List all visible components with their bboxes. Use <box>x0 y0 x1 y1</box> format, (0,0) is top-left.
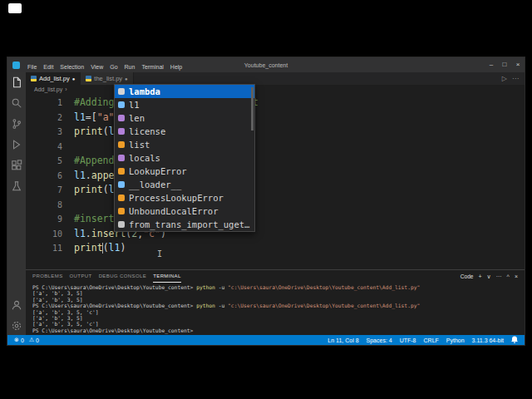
suggestion-len[interactable]: len <box>115 111 254 125</box>
terminal-output[interactable]: PS C:\Users\saura\OneDrive\Desktop\Youtu… <box>26 283 525 335</box>
terminal-profile-label[interactable]: Code <box>461 273 474 279</box>
code-text <box>62 140 74 155</box>
terminal-line: ['a', 'b', 3, 5] <box>32 290 525 296</box>
new-terminal-icon[interactable]: + <box>478 273 481 279</box>
modified-dot-icon[interactable]: ● <box>125 76 128 81</box>
line-number: 9 <box>26 212 62 227</box>
panel-header: PROBLEMSOUTPUTDEBUG CONSOLETERMINAL Code… <box>26 270 525 283</box>
symbol-keyword-icon <box>118 88 125 95</box>
line-number: 1 <box>26 96 62 111</box>
python-file-icon <box>86 76 91 81</box>
suggestion-from_trans_import_uget…[interactable]: from_trans_import_uget… <box>115 218 254 231</box>
code-line[interactable]: 7print(l1) <box>26 183 525 198</box>
warnings-count[interactable]: ⚠0 <box>29 337 39 343</box>
notifications-bell[interactable] <box>511 336 518 344</box>
code-line[interactable]: 1#Adding the elements to the list <box>26 96 525 111</box>
code-text: print(l1) <box>62 241 126 256</box>
suggestion-label: lambda <box>129 86 160 96</box>
cursor-position[interactable]: Ln 11, Col 8 <box>328 337 358 343</box>
close-panel-icon[interactable]: × <box>515 273 518 279</box>
suggestion-lambda[interactable]: lambda <box>115 85 254 98</box>
account-icon[interactable] <box>11 299 22 311</box>
menu-run[interactable]: Run <box>121 64 139 70</box>
terminal-line: PS C:\Users\saura\OneDrive\Desktop\Youtu… <box>32 303 525 308</box>
suggestion-ProcessLookupError[interactable]: ProcessLookupError <box>115 191 254 204</box>
code-line[interactable]: 5#Appending the list <box>26 154 525 169</box>
panel-tab-terminal[interactable]: TERMINAL <box>153 270 181 283</box>
suggest-scrollbar[interactable] <box>251 87 254 131</box>
line-number: 4 <box>26 140 62 155</box>
errors-count-icon: ⊗ <box>14 337 19 343</box>
line-number: 2 <box>26 111 62 126</box>
code-line[interactable]: 11print(l1) <box>26 241 525 256</box>
vscode-logo-icon <box>12 62 20 69</box>
menu-view[interactable]: View <box>87 64 106 70</box>
menu-edit[interactable]: Edit <box>40 64 57 70</box>
run-and-debug-icon[interactable] <box>11 139 22 150</box>
symbol-class-icon <box>118 168 125 175</box>
suggestion-label: from_trans_import_uget… <box>129 219 249 229</box>
code-editor[interactable]: 1#Adding the elements to the list2l1=["a… <box>26 93 525 269</box>
search-icon[interactable] <box>11 97 22 109</box>
suggestion-label: locals <box>129 153 160 163</box>
suggestion-license[interactable]: license <box>115 125 254 138</box>
status-bar: ⊗0⚠0 Ln 11, Col 8Spaces: 4UTF-8CRLFPytho… <box>7 335 525 345</box>
line-number: 3 <box>26 125 62 140</box>
suggestion-label: LookupError <box>129 166 187 176</box>
panel-tab-debug-console[interactable]: DEBUG CONSOLE <box>99 270 147 282</box>
more-actions-icon[interactable]: ⋯ <box>512 75 519 82</box>
settings-gear-icon[interactable] <box>11 320 22 332</box>
symbol-function-icon <box>118 155 125 161</box>
language-mode[interactable]: Python <box>446 337 465 343</box>
tab-label: the_list.py <box>94 75 122 82</box>
tab-the_list.py[interactable]: the_list.py● <box>81 72 133 85</box>
menu-go[interactable]: Go <box>106 64 121 70</box>
status-right: Ln 11, Col 8Spaces: 4UTF-8CRLFPython3.11… <box>328 336 518 344</box>
suggestion-l1[interactable]: l1 <box>115 98 254 111</box>
suggestion-locals[interactable]: locals <box>115 151 254 165</box>
suggestion-__loader__[interactable]: __loader__ <box>115 178 254 191</box>
menu-selection[interactable]: Selection <box>57 64 87 70</box>
minimize-button[interactable]: – <box>485 58 498 71</box>
source-control-icon[interactable] <box>11 118 22 130</box>
panel-tab-problems[interactable]: PROBLEMS <box>32 270 63 282</box>
code-line[interactable]: 3print(l1) <box>26 125 525 140</box>
extensions-icon[interactable] <box>11 160 22 171</box>
tab-Add_list.py[interactable]: Add_list.py● <box>26 72 81 85</box>
suggestion-label: list <box>129 140 150 150</box>
code-line[interactable]: 4 <box>26 140 525 155</box>
maximize-button[interactable]: □ <box>498 58 511 71</box>
menu-terminal[interactable]: Terminal <box>138 64 166 70</box>
testing-icon[interactable] <box>11 180 22 192</box>
title-bar: FileEditSelectionViewGoRunTerminalHelp Y… <box>7 57 525 72</box>
python-file-icon <box>31 76 37 81</box>
suggestion-UnboundLocalError[interactable]: UnboundLocalError <box>115 204 254 218</box>
explorer-icon[interactable] <box>11 76 22 88</box>
breadcrumb-file[interactable]: Add_list.py <box>34 86 62 92</box>
close-button[interactable]: × <box>511 58 525 71</box>
menu-help[interactable]: Help <box>167 64 185 70</box>
code-line[interactable]: 2l1=["a","b",3,5] <box>26 111 525 126</box>
code-line[interactable]: 9#inserting the list <box>26 212 525 227</box>
maximize-panel-icon[interactable]: ^ <box>507 273 510 279</box>
suggestion-LookupError[interactable]: LookupError <box>115 165 254 178</box>
line-number: 7 <box>26 183 62 198</box>
breadcrumb[interactable]: Add_list.py › <box>26 85 525 93</box>
menu-file[interactable]: File <box>24 64 40 70</box>
terminal-dropdown-icon[interactable]: ∨ <box>486 273 490 280</box>
modified-dot-icon[interactable]: ● <box>72 76 76 81</box>
errors-count[interactable]: ⊗0 <box>14 337 24 343</box>
code-line[interactable]: 6l1.append("c") <box>26 169 525 184</box>
panel-tab-output[interactable]: OUTPUT <box>70 270 92 282</box>
indentation[interactable]: Spaces: 4 <box>367 337 392 343</box>
suggestion-list[interactable]: list <box>115 138 254 151</box>
python-interpreter[interactable]: 3.11.3 64-bit <box>472 337 504 343</box>
symbol-variable-icon <box>118 181 125 188</box>
code-line[interactable]: 8 <box>26 198 525 213</box>
eol[interactable]: CRLF <box>424 337 439 343</box>
code-line[interactable]: 10l1.insert(2,"c") <box>26 227 525 242</box>
bottom-panel: PROBLEMSOUTPUTDEBUG CONSOLETERMINAL Code… <box>26 269 525 335</box>
run-file-icon[interactable]: ▷ <box>502 75 507 82</box>
more-icon[interactable]: ⋯ <box>496 273 502 280</box>
encoding[interactable]: UTF-8 <box>400 337 416 343</box>
